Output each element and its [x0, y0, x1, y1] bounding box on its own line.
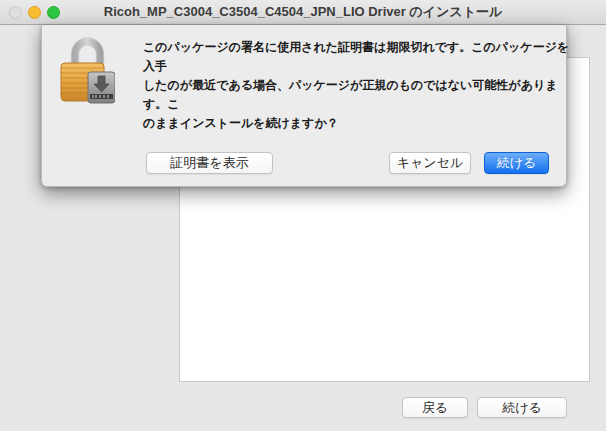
- footer-button-row: 戻る 続ける: [0, 397, 606, 419]
- certificate-warning-sheet: このパッケージの署名に使用された証明書は期限切れです。このパッケージを入手 した…: [41, 25, 567, 187]
- window-title: Ricoh_MP_C3004_C3504_C4504_JPN_LIO Drive…: [0, 0, 606, 24]
- certificate-warning-message: このパッケージの署名に使用された証明書は期限切れです。このパッケージを入手 した…: [143, 38, 571, 133]
- lock-certificate-icon: [59, 37, 115, 104]
- titlebar: Ricoh_MP_C3004_C3504_C4504_JPN_LIO Drive…: [0, 0, 606, 25]
- show-certificate-button[interactable]: 証明書を表示: [146, 152, 273, 174]
- cancel-button[interactable]: キャンセル: [389, 152, 471, 174]
- continue-button-footer[interactable]: 続ける: [477, 397, 567, 418]
- back-button[interactable]: 戻る: [402, 397, 468, 418]
- continue-button-sheet[interactable]: 続ける: [484, 152, 549, 174]
